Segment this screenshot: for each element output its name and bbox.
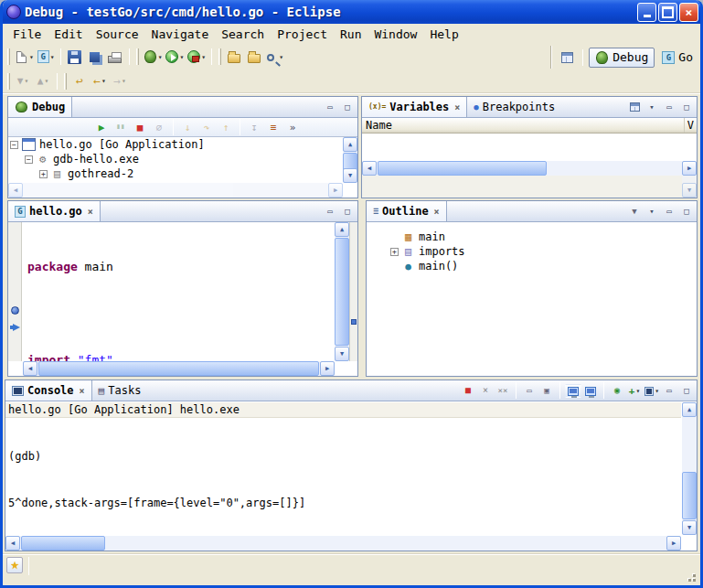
remove-all-launches-button[interactable]: ×× [495, 384, 511, 398]
collapse-expander-icon[interactable]: − [25, 155, 33, 164]
terminate-console-button[interactable]: ■ [460, 384, 476, 398]
tab-console[interactable]: Console × [5, 380, 92, 401]
scroll-left-button[interactable]: ◀ [23, 361, 37, 376]
open-perspective-button[interactable] [557, 48, 577, 68]
expand-expander-icon[interactable]: + [390, 248, 399, 256]
outline-row-main-package[interactable]: ▦ main [389, 230, 697, 244]
tab-tasks[interactable]: ▤ Tasks [92, 380, 148, 401]
scrollbar-thumb[interactable] [38, 361, 319, 376]
menu-search[interactable]: Search [215, 26, 271, 43]
perspective-go-button[interactable]: G Go [656, 48, 698, 68]
debug-tree-row-thread[interactable]: + ▤ gothread-2 [8, 166, 343, 181]
previous-annotation-button[interactable]: ▲▾ [33, 71, 53, 91]
scroll-down-button[interactable]: ▼ [682, 520, 697, 535]
scroll-up-button[interactable]: ▲ [335, 222, 349, 237]
menu-navigate[interactable]: Navigate [145, 26, 216, 43]
toolbar-grip[interactable] [7, 48, 10, 65]
menu-help[interactable]: Help [423, 26, 464, 43]
toolbar-grip[interactable] [7, 73, 10, 90]
resume-button[interactable]: ▶ [92, 119, 111, 136]
search-dropdown[interactable]: ▾ [279, 53, 283, 61]
debug-launch-dropdown[interactable]: ▾ [158, 53, 163, 61]
run-launch-dropdown[interactable]: ▾ [179, 53, 184, 61]
search-button[interactable]: ▾ [264, 47, 285, 67]
debug-view-maximize-button[interactable]: □ [339, 101, 356, 114]
back-dropdown[interactable]: ▾ [101, 77, 106, 85]
step-into-button[interactable]: ↓ [178, 119, 197, 136]
menu-source[interactable]: Source [90, 26, 145, 43]
new-wizard-dropdown[interactable]: ▾ [29, 53, 34, 61]
terminate-button[interactable]: ■ [131, 119, 149, 136]
next-annotation-button[interactable]: ▼▾ [13, 71, 33, 91]
editor-text-area[interactable]: package main import "fmt" func main() { … [23, 222, 335, 361]
open-folder-button[interactable] [224, 47, 244, 67]
variables-tab-close-icon[interactable]: × [454, 102, 460, 112]
outline-view-menu-button[interactable]: ▾ [644, 205, 660, 219]
disconnect-button[interactable]: ⌀ [150, 119, 168, 136]
overview-ruler[interactable] [349, 222, 357, 361]
console-text-area[interactable]: (gdb) 5^done,stack-args=[frame={level="0… [5, 418, 681, 535]
save-button[interactable] [65, 47, 85, 67]
scroll-right-button[interactable]: ▶ [682, 161, 697, 176]
open-console-button[interactable]: ▾ [644, 384, 660, 398]
menu-window[interactable]: Window [367, 26, 423, 43]
step-over-button[interactable]: ↷ [197, 119, 216, 136]
new-go-file-dropdown[interactable]: ▾ [50, 53, 55, 61]
variables-view-maximize-button[interactable]: □ [678, 101, 695, 114]
debug-toolbar-overflow-button[interactable]: » [283, 119, 302, 136]
suspend-button[interactable]: ▮▮ [112, 119, 130, 136]
scroll-up-button[interactable]: ▲ [682, 402, 697, 417]
next-annotation-dropdown[interactable]: ▾ [24, 77, 28, 85]
outline-row-main-func[interactable]: ● main() [389, 259, 697, 273]
scroll-right-button[interactable]: ▶ [320, 361, 335, 376]
forward-dropdown[interactable]: ▾ [122, 77, 126, 85]
fast-view-button[interactable] [6, 557, 23, 573]
variables-table-area[interactable] [362, 134, 697, 161]
debug-view-minimize-button[interactable]: ▭ [322, 101, 338, 114]
toolbar-grip[interactable] [64, 73, 67, 90]
collapse-expander-icon[interactable]: − [10, 141, 18, 149]
show-stderr-button[interactable] [582, 384, 599, 398]
tab-hello-go[interactable]: G hello.go × [8, 201, 101, 221]
print-button[interactable] [105, 47, 125, 67]
editor-maximize-button[interactable]: □ [339, 205, 356, 219]
scroll-left-button[interactable]: ◀ [8, 183, 23, 198]
new-go-file-button[interactable]: G▾ [36, 47, 57, 67]
toolbar-grip[interactable] [218, 48, 221, 65]
scroll-left-button[interactable]: ◀ [5, 536, 20, 551]
step-return-button[interactable]: ↑ [217, 119, 235, 136]
menu-run[interactable]: Run [334, 26, 367, 43]
new-wizard-button[interactable]: ▾ [13, 47, 36, 67]
tab-variables[interactable]: (x)= Variables × [362, 97, 467, 117]
tab-outline[interactable]: ≡ Outline × [367, 201, 447, 221]
menu-project[interactable]: Project [271, 26, 334, 43]
pin-console-button[interactable]: ◉ [609, 384, 625, 398]
console-tab-close-icon[interactable]: × [80, 386, 85, 396]
back-button[interactable]: ←▾ [90, 71, 110, 91]
scroll-up-button[interactable]: ▲ [343, 137, 357, 152]
window-maximize-button[interactable] [658, 3, 677, 22]
console-view-maximize-button[interactable]: □ [678, 384, 695, 398]
window-resize-grip[interactable] [684, 570, 697, 583]
column-value[interactable]: V [684, 118, 697, 133]
expand-expander-icon[interactable]: + [39, 170, 48, 178]
clear-console-button[interactable]: ▭ [521, 384, 538, 398]
external-tools-dropdown[interactable]: ▾ [201, 53, 206, 61]
editor-minimize-button[interactable]: ▭ [322, 205, 338, 219]
display-selected-console-button[interactable]: +▾ [626, 384, 643, 398]
menu-file[interactable]: File [6, 26, 48, 43]
scroll-down-button[interactable]: ▼ [343, 168, 357, 183]
outline-view-minimize-button[interactable]: ▭ [661, 205, 677, 219]
column-name[interactable]: Name [366, 119, 392, 132]
tab-breakpoints[interactable]: ● Breakpoints [467, 97, 561, 117]
perspective-debug-button[interactable]: Debug [589, 48, 655, 68]
debug-tree-row-launch[interactable]: − hello.go [Go Application] [8, 137, 343, 152]
variables-view-minimize-button[interactable]: ▭ [661, 101, 677, 114]
scrollbar-thumb[interactable] [682, 472, 697, 519]
window-close-button[interactable]: × [679, 3, 698, 22]
scroll-lock-button[interactable]: ▣ [538, 384, 555, 398]
outline-row-imports[interactable]: + ▤ imports [389, 244, 697, 259]
debug-launch-button[interactable]: ▾ [142, 47, 165, 67]
breakpoint-marker-icon[interactable] [11, 306, 19, 315]
use-step-filters-button[interactable]: ≡ [264, 119, 282, 136]
